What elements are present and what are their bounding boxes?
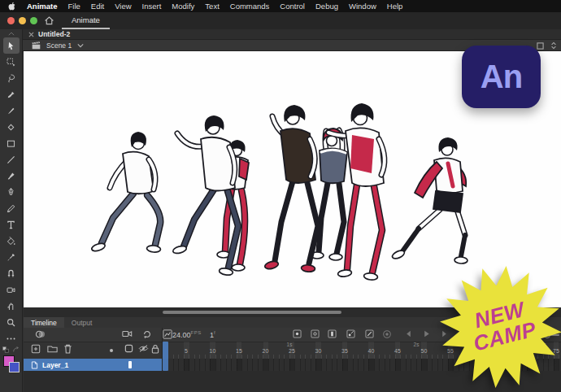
fps-value: 24.00	[172, 331, 191, 339]
hide-layers-eye-icon[interactable]	[138, 344, 149, 353]
dancer-4	[264, 105, 318, 272]
layer-name-cell[interactable]: Layer_1	[24, 359, 163, 371]
tab-animate-label: Animate	[72, 15, 100, 24]
minimize-button[interactable]	[19, 17, 26, 24]
document-tab[interactable]: Untitled-2	[38, 30, 70, 38]
animate-logo-text: An	[481, 59, 522, 95]
swap-colors-icon[interactable]	[12, 346, 20, 353]
ruler-frame-number: 20	[263, 348, 269, 354]
menu-edit[interactable]: Edit	[91, 2, 104, 11]
menu-debug[interactable]: Debug	[315, 2, 338, 11]
play-icon[interactable]	[422, 329, 431, 338]
auto-keyframe-icon[interactable]	[346, 329, 355, 338]
delete-layer-icon[interactable]	[63, 344, 72, 354]
default-colors-icon[interactable]	[2, 346, 9, 353]
camera-toggle-icon[interactable]	[122, 329, 133, 338]
tab-output[interactable]: Output	[64, 317, 100, 328]
paint-brush-tool[interactable]	[3, 168, 20, 184]
center-stage-icon[interactable]	[537, 42, 544, 50]
macos-menu-bar: Animate File Edit View Insert Modify Tex…	[0, 0, 561, 12]
menu-view[interactable]: View	[115, 2, 131, 11]
home-icon[interactable]	[44, 15, 54, 26]
fps-unit: FPS	[191, 330, 202, 335]
classic-brush-tool[interactable]	[3, 102, 20, 119]
frame-graph-icon[interactable]	[163, 329, 172, 339]
free-transform-tool[interactable]	[3, 54, 20, 70]
new-folder-icon[interactable]	[47, 344, 58, 353]
tab-animate[interactable]: Animate	[62, 12, 110, 29]
ruler-frame-number: 35	[341, 348, 348, 354]
camera-tool[interactable]	[3, 281, 20, 298]
close-button[interactable]	[7, 17, 15, 24]
ruler-frame-number: 45	[394, 348, 401, 354]
current-frame-control[interactable]: 1f	[210, 330, 215, 339]
ruler-frame-number: 25	[289, 348, 295, 354]
dancer-1	[91, 132, 161, 253]
menu-help[interactable]: Help	[387, 2, 403, 11]
insert-keyframe-icon[interactable]	[293, 329, 302, 338]
rectangle-tool[interactable]	[3, 135, 20, 151]
collapse-panel-icon[interactable]	[8, 32, 15, 37]
playhead[interactable]	[163, 342, 168, 371]
zoom-stepper-icon[interactable]	[550, 41, 557, 50]
color-swatches	[2, 355, 20, 377]
menu-modify[interactable]: Modify	[172, 2, 194, 11]
menu-text[interactable]: Text	[205, 2, 219, 11]
onion-skin-range-icon[interactable]	[382, 329, 392, 339]
ruler-frame-number: 5	[185, 348, 188, 354]
layer-name-label: Layer_1	[42, 361, 68, 369]
menu-insert[interactable]: Insert	[142, 2, 162, 11]
zoom-tool[interactable]	[3, 314, 20, 330]
menu-control[interactable]: Control	[280, 2, 305, 11]
hand-tool[interactable]	[3, 298, 20, 314]
fps-control[interactable]: 24.00FPS	[172, 330, 202, 339]
window-tab-bar: Animate	[0, 12, 561, 30]
step-back-icon[interactable]	[404, 329, 413, 338]
line-tool[interactable]	[3, 151, 20, 168]
loop-icon[interactable]	[142, 329, 152, 339]
apple-icon[interactable]	[8, 2, 16, 11]
frame-unit: f	[214, 330, 215, 335]
outline-column-icon[interactable]	[124, 344, 133, 353]
screen: Animate File Edit View Insert Modify Tex…	[0, 0, 561, 392]
zoom-button[interactable]	[30, 17, 37, 24]
insert-blank-keyframe-icon[interactable]	[311, 329, 320, 338]
scene-breadcrumb[interactable]: Scene 1	[46, 41, 72, 50]
tab-output-label: Output	[72, 319, 93, 327]
ruler-frame-number: 40	[368, 348, 375, 354]
document-tab-bar: Untitled-2	[23, 29, 561, 40]
onion-skin-icon[interactable]	[35, 329, 46, 339]
layer-outline-swatch[interactable]	[128, 361, 132, 368]
pen-tool[interactable]	[3, 184, 20, 200]
seconds-mark: 1s	[287, 342, 293, 347]
tab-timeline-label: Timeline	[31, 319, 57, 327]
insert-frame-icon[interactable]	[328, 329, 337, 338]
more-tools-button[interactable]	[3, 330, 20, 346]
text-tool[interactable]	[3, 216, 20, 233]
delete-frame-icon[interactable]	[365, 329, 374, 338]
stage-scrollbar-thumb[interactable]	[163, 311, 341, 314]
pencil-tool[interactable]	[3, 200, 20, 216]
close-icon[interactable]	[28, 32, 34, 37]
menu-commands[interactable]: Commands	[230, 2, 270, 11]
ruler-frame-number: 10	[210, 348, 216, 354]
eraser-tool[interactable]	[3, 119, 20, 135]
dancer-7	[391, 137, 468, 264]
fluid-brush-tool[interactable]	[3, 86, 20, 102]
eyedropper-tool[interactable]	[3, 249, 20, 265]
lasso-tool[interactable]	[3, 70, 20, 86]
lock-layers-icon[interactable]	[151, 344, 159, 354]
menu-window[interactable]: Window	[349, 2, 376, 11]
highlight-dot-icon[interactable]	[109, 348, 114, 353]
chevron-down-icon[interactable]	[77, 43, 84, 48]
asset-warp-tool[interactable]	[3, 265, 20, 281]
ruler-frame-number: 30	[315, 348, 322, 354]
edit-scene-icon[interactable]	[32, 41, 41, 50]
menu-file[interactable]: File	[67, 2, 80, 11]
new-layer-icon[interactable]	[31, 344, 41, 354]
menu-animate[interactable]: Animate	[27, 2, 57, 11]
selection-tool[interactable]	[3, 37, 20, 54]
paint-bucket-tool[interactable]	[3, 233, 20, 249]
tab-timeline[interactable]: Timeline	[24, 317, 64, 328]
stroke-color-swatch[interactable]	[9, 362, 20, 372]
